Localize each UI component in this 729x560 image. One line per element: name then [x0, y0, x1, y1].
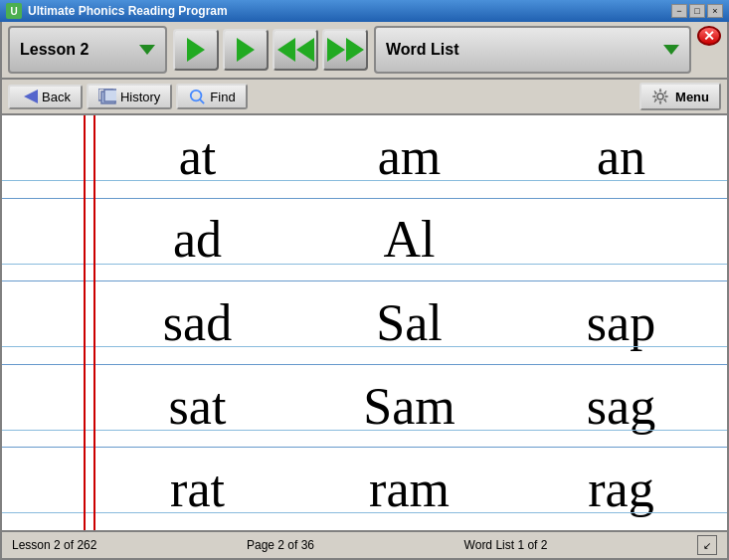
word-row: at am an	[2, 115, 727, 199]
word-cell[interactable]: Al	[303, 199, 515, 281]
svg-rect-2	[104, 90, 116, 101]
word-list-status: Word List 1 of 2	[464, 538, 548, 552]
lesson-dropdown-label: Lesson 2	[20, 41, 89, 59]
back-label: Back	[42, 90, 71, 104]
word-cell[interactable]: am	[303, 115, 515, 198]
word-cell[interactable]: an	[515, 115, 727, 198]
svg-line-4	[200, 99, 204, 103]
word-list-dropdown-arrow	[663, 45, 679, 55]
word-grid: at am an ad Al sad Sal sap sat Sam sag r…	[2, 115, 727, 530]
status-bar: Lesson 2 of 262 Page 2 of 36 Word List 1…	[2, 530, 727, 558]
back-icon	[20, 90, 38, 103]
find-icon	[188, 89, 206, 104]
word-list-dropdown[interactable]: Word List	[374, 26, 691, 74]
history-icon	[98, 89, 116, 104]
rewind-icon	[277, 38, 314, 62]
status-icon: ↙	[697, 535, 717, 555]
word-cell[interactable]: ram	[303, 448, 515, 530]
word-row: sat Sam sag	[2, 365, 727, 449]
find-label: Find	[210, 90, 235, 104]
main-window: Lesson 2	[0, 22, 729, 560]
lesson-status: Lesson 2 of 262	[12, 538, 96, 552]
history-button[interactable]: History	[87, 84, 172, 109]
rewind-button[interactable]	[273, 29, 318, 71]
content-area: at am an ad Al sad Sal sap sat Sam sag r…	[2, 115, 727, 530]
play-forward-button[interactable]	[223, 29, 269, 71]
app-icon: U	[6, 3, 22, 19]
lesson-dropdown[interactable]: Lesson 2	[8, 26, 167, 74]
word-row: rat ram rag	[2, 448, 727, 530]
close-button[interactable]: ×	[707, 4, 723, 18]
gear-icon	[651, 88, 669, 105]
lesson-dropdown-arrow	[139, 45, 155, 55]
page-status: Page 2 of 36	[247, 538, 314, 552]
word-cell[interactable]: sap	[515, 281, 727, 364]
minimize-button[interactable]: −	[671, 4, 687, 18]
app-title: Ultimate Phonics Reading Program	[28, 4, 665, 18]
word-cell[interactable]: Sal	[303, 281, 515, 364]
play-icon	[187, 38, 205, 62]
word-list-dropdown-label: Word List	[386, 41, 458, 59]
nav-buttons	[173, 26, 368, 74]
title-bar: U Ultimate Phonics Reading Program − □ ×	[0, 0, 729, 22]
word-cell[interactable]: rat	[91, 448, 303, 530]
word-cell[interactable]: sad	[91, 281, 303, 364]
word-cell[interactable]: sat	[91, 365, 303, 448]
menu-label: Menu	[675, 90, 709, 104]
play-forward-icon	[237, 38, 255, 62]
back-button[interactable]: Back	[8, 85, 83, 109]
word-cell[interactable]: rag	[515, 448, 727, 530]
app-close-button[interactable]: ✕	[697, 26, 721, 46]
maximize-button[interactable]: □	[689, 4, 705, 18]
svg-point-5	[657, 93, 663, 99]
word-cell[interactable]: Sam	[303, 365, 515, 448]
history-label: History	[120, 90, 160, 104]
fast-forward-button[interactable]	[322, 29, 368, 71]
word-cell[interactable]: ad	[91, 199, 303, 281]
play-button[interactable]	[173, 29, 219, 71]
word-row: ad Al	[2, 199, 727, 282]
word-row: sad Sal sap	[2, 281, 727, 365]
menu-button[interactable]: Menu	[639, 83, 721, 110]
window-controls: − □ ×	[671, 4, 723, 18]
top-toolbar: Lesson 2	[2, 22, 727, 80]
word-cell[interactable]	[515, 199, 727, 281]
fast-forward-icon	[327, 38, 364, 62]
word-cell[interactable]: at	[91, 115, 303, 198]
find-button[interactable]: Find	[176, 84, 247, 109]
word-cell[interactable]: sag	[515, 365, 727, 448]
second-toolbar: Back History Find Menu	[2, 80, 727, 115]
